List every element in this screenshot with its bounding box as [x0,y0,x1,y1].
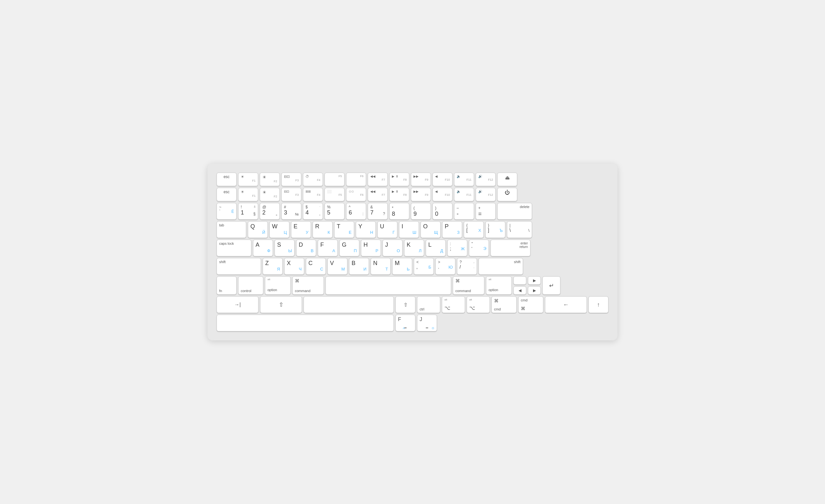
key-f1-1[interactable]: ☀ F1 [238,173,258,186]
key-k[interactable]: K Л [404,240,424,256]
key-capslock[interactable]: caps lock [217,240,251,256]
key-y[interactable]: Y Н [356,221,376,238]
key-arrow-right[interactable]: ▶ [528,286,541,295]
key-m[interactable]: M Ь [392,258,412,275]
key-tab-bottom[interactable]: →| [217,296,258,313]
key-f7-2[interactable]: ◀◀ F7 [368,188,388,201]
key-eject[interactable]: ⏏ [497,173,517,186]
key-command-left[interactable]: ⌘ command [292,276,324,295]
key-slash[interactable]: ? , / · [457,258,477,275]
key-lbracket[interactable]: { [ Х [464,221,484,238]
key-u[interactable]: U Г [377,221,397,238]
key-f9-2[interactable]: ▶▶ F9 [411,188,431,201]
key-command-right[interactable]: ⌘ command [453,276,484,295]
key-f8-2[interactable]: ▶ ⏸ F8 [389,188,409,201]
key-d[interactable]: D В [296,240,316,256]
key-period[interactable]: > . Ю [435,258,455,275]
key-4[interactable]: $ · 4 , [303,203,323,220]
key-i[interactable]: I Ш [399,221,419,238]
key-f5-2[interactable]: ░░ F5 [324,188,345,201]
key-shift-up-2[interactable]: ⇧ [395,296,416,313]
key-j[interactable]: J О [382,240,402,256]
key-v[interactable]: V М [327,258,348,275]
key-2[interactable]: @ 2 „ [260,203,280,220]
key-f11-1[interactable]: 🔉 F11 [454,173,474,186]
key-c[interactable]: C С [306,258,326,275]
key-shift-up[interactable]: ⇧ [260,296,302,313]
key-1[interactable]: ! ± 1 § [238,203,258,220]
key-space[interactable] [325,276,451,295]
key-8[interactable]: * 8 [389,203,409,220]
key-f5-1[interactable]: F5 [324,173,345,186]
key-equals[interactable]: + = [476,203,496,220]
key-left-arrow-big[interactable]: ← [545,296,587,313]
key-tab[interactable]: tab [217,221,246,238]
key-delete[interactable]: delete [497,203,532,220]
key-h[interactable]: H Р [361,240,381,256]
key-f6-1[interactable]: F6 [346,173,366,186]
key-3[interactable]: # 3 № [281,203,301,220]
key-cmd-bottom-right[interactable]: cmd ⌘ [518,296,543,313]
key-comma[interactable]: < , Б [414,258,434,275]
key-f2-1[interactable]: ☀ F2 [260,173,280,186]
key-alt-right[interactable]: alt option [486,276,512,295]
key-f7-1[interactable]: ◀◀ F7 [368,173,388,186]
key-f8-1[interactable]: ▶ ⏸ F8 [389,173,409,186]
key-return-arrow[interactable]: ↵ [542,276,560,295]
key-o[interactable]: O Щ [421,221,441,238]
key-shift-left[interactable]: shift [217,258,261,275]
key-f10-1[interactable]: ◀ F10 [433,173,452,186]
key-x[interactable]: X Ч [284,258,304,275]
key-minus[interactable]: – - [454,203,474,220]
key-f10-2[interactable]: ◀ F10 [433,188,452,201]
key-f3-2[interactable]: ⊟⊡ F3 [281,188,301,201]
key-l[interactable]: L Д [426,240,446,256]
key-fn[interactable]: fn [217,276,236,295]
key-e[interactable]: E У [291,221,311,238]
key-esc-1[interactable]: esc [217,173,236,186]
key-s[interactable]: S Ы [275,240,295,256]
key-f6-2[interactable]: ⊙⊙ F6 [346,188,366,201]
key-0[interactable]: ) 0 [433,203,452,220]
key-f-bump[interactable]: F A [395,315,416,331]
key-cmd-bottom-left[interactable]: ⌘ cmd [492,296,517,313]
key-f12-2[interactable]: 🔊 F12 [476,188,496,201]
key-backslash[interactable]: | \ \ [507,221,532,238]
key-j-bump[interactable]: J O [417,315,437,331]
key-arrow-right-top[interactable]: ▶ [528,276,541,285]
key-z[interactable]: Z Я [262,258,283,275]
key-f2-2[interactable]: ☀ F2 [260,188,280,201]
key-a[interactable]: A Ф [253,240,273,256]
key-control[interactable]: control [238,276,263,295]
key-f12-1[interactable]: 🔊 F12 [476,173,496,186]
key-g[interactable]: G П [340,240,359,256]
key-ctrl-bottom[interactable]: ctrl [417,296,440,313]
key-r[interactable]: R К [313,221,332,238]
key-f11-2[interactable]: 🔉 F11 [454,188,474,201]
key-main-spacebar[interactable] [217,315,394,331]
key-f4-1[interactable]: ⏱ F4 [303,173,323,186]
key-f1-2[interactable]: ☀ F1 [238,188,258,201]
key-esc-2[interactable]: esc [217,188,236,201]
key-b[interactable]: B И [349,258,369,275]
key-7[interactable]: & 7 ? [368,203,388,220]
key-rbracket[interactable]: } ] Ъ [485,221,505,238]
key-t[interactable]: T Е [334,221,354,238]
key-alt-bottom-right[interactable]: alt ⌥ [467,296,490,313]
key-quote[interactable]: " ' Э [469,240,489,256]
key-f4-2[interactable]: ⊞⊞ F4 [303,188,323,201]
key-power[interactable]: ⏻ [497,188,517,201]
key-arrow-left[interactable]: ◀ [513,286,526,295]
key-up-arrow[interactable]: ↑ [589,296,608,313]
key-alt-bottom-left[interactable]: alt ⌥ [442,296,465,313]
key-9[interactable]: ( 9 [411,203,431,220]
key-w[interactable]: W Ц [270,221,289,238]
key-5[interactable]: % 5 [324,203,345,220]
key-semicolon[interactable]: : ; Ж [447,240,467,256]
key-enter[interactable]: enter return [491,240,530,256]
key-f[interactable]: F А [318,240,338,256]
key-p[interactable]: P З [442,221,462,238]
key-q[interactable]: Q Й [248,221,268,238]
key-n[interactable]: N Т [371,258,391,275]
key-shift-right[interactable]: shift [478,258,523,275]
